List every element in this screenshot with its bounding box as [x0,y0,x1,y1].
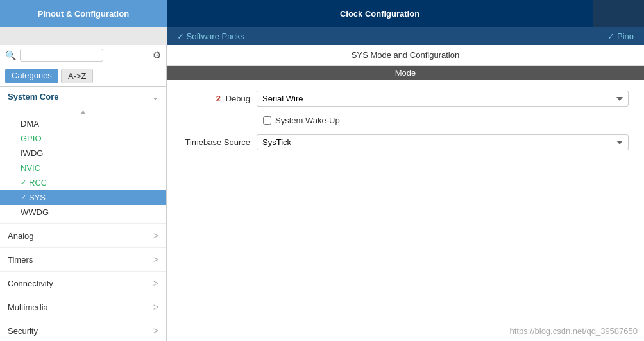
timebase-row: Timebase Source SysTick TIM1 TIM2 [180,134,631,150]
sidebar-item-sys[interactable]: ✓ SYS [0,190,166,205]
system-core-items: ▲ DMA GPIO IWDG NVIC ✓ RCC [0,107,166,223]
sidebar-item-dma[interactable]: DMA [0,116,166,131]
system-wakeup-checkbox[interactable] [263,116,271,125]
content-title-bar: SYS Mode and Configuration [167,45,644,66]
connectivity-arrow: > [153,278,158,288]
software-packs-nav[interactable]: ✓ Software Packs [167,31,255,41]
timebase-select[interactable]: SysTick TIM1 TIM2 [257,134,629,150]
system-wakeup-label: System Wake-Up [275,116,340,125]
multimedia-arrow: > [153,302,158,312]
search-icon: 🔍 [5,50,16,60]
gear-icon[interactable]: ⚙ [153,49,161,61]
connectivity-label: Connectivity [8,279,53,288]
system-core-header[interactable]: System Core ⌄ [0,87,166,107]
rcc-label: RCC [29,178,47,188]
sidebar-item-rcc[interactable]: ✓ RCC [0,175,166,190]
sidebar-item-iwdg[interactable]: IWDG [0,146,166,161]
security-arrow: > [153,326,158,336]
header-right [593,0,644,27]
wwdg-label: WWDG [21,207,49,217]
pinout-nav[interactable]: ✓ Pino [597,31,644,41]
sidebar-item-analog[interactable]: Analog > [0,224,166,248]
sidebar-item-gpio[interactable]: GPIO [0,131,166,146]
watermark: https://blog.csdn.net/qq_39587650 [510,326,638,336]
content-mode-bar: Mode [167,66,644,80]
debug-row: 2 Debug Serial Wire JTAG (5 pins) JTAG (… [180,91,631,107]
clock-header[interactable]: Clock Configuration [167,0,593,27]
analog-arrow: > [153,231,158,241]
main-layout: 🔍 ⚙ Categories A->Z System Core ⌄ ▲ [0,45,644,341]
tab-bar: Categories A->Z [0,66,166,87]
multimedia-label: Multimedia [8,302,48,312]
content-body: 2 Debug Serial Wire JTAG (5 pins) JTAG (… [167,80,644,341]
header-bar: Pinout & Configuration Clock Configurati… [0,0,644,27]
system-core-chevron: ⌄ [152,92,158,101]
sys-label: SYS [29,193,46,202]
gpio-label: GPIO [21,134,42,143]
iwdg-label: IWDG [21,148,43,158]
debug-select[interactable]: Serial Wire JTAG (5 pins) JTAG (4 pins) … [257,91,629,107]
nav-bar-left-spacer [0,27,167,45]
pinout-nav-label: ✓ Pino [607,31,634,41]
software-packs-label: ✓ Software Packs [177,31,244,41]
clock-header-label: Clock Configuration [340,9,419,19]
scroll-up-indicator: ▲ [0,107,166,116]
tab-categories[interactable]: Categories [5,69,58,83]
sidebar-item-nvic[interactable]: NVIC [0,161,166,175]
security-label: Security [8,326,38,336]
analog-label: Analog [8,231,33,241]
sidebar-item-wwdg[interactable]: WWDG [0,205,166,220]
timers-label: Timers [8,255,33,265]
timebase-label: Timebase Source [180,137,250,147]
sidebar: 🔍 ⚙ Categories A->Z System Core ⌄ ▲ [0,45,167,341]
timers-arrow: > [153,254,158,265]
pinout-header-label: Pinout & Configuration [38,9,129,19]
search-input[interactable] [20,49,103,62]
nvic-label: NVIC [21,163,40,173]
debug-label: Debug [226,94,250,103]
mode-label: Mode [395,68,416,78]
system-wakeup-row: System Wake-Up [180,116,631,125]
sidebar-item-timers[interactable]: Timers > [0,248,166,272]
dma-label: DMA [21,119,39,128]
debug-num: 2 [216,94,221,103]
system-core-group: System Core ⌄ ▲ DMA GPIO IWDG NVIC [0,87,166,224]
sidebar-item-connectivity[interactable]: Connectivity > [0,272,166,295]
sidebar-item-security[interactable]: Security > [0,319,166,341]
tab-az[interactable]: A->Z [61,69,94,83]
main-content: SYS Mode and Configuration Mode 2 Debug … [167,45,644,341]
sidebar-item-multimedia[interactable]: Multimedia > [0,295,166,319]
nav-bar: ✓ Software Packs ✓ Pino [0,27,644,45]
debug-label-wrap: 2 Debug [180,94,250,103]
content-title: SYS Mode and Configuration [352,50,459,60]
system-core-label: System Core [8,92,58,101]
sys-check-icon: ✓ [21,193,26,202]
pinout-header[interactable]: Pinout & Configuration [0,0,167,27]
sidebar-content: System Core ⌄ ▲ DMA GPIO IWDG NVIC [0,87,166,341]
rcc-check-icon: ✓ [21,179,26,187]
sidebar-search-bar: 🔍 ⚙ [0,45,166,66]
